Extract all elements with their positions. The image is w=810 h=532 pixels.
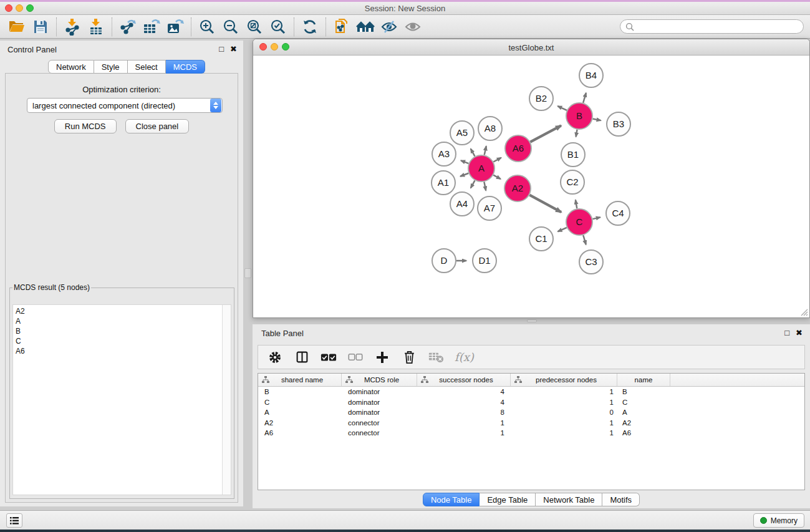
view-button[interactable]: [401, 17, 425, 37]
vertical-split-handle[interactable]: [244, 268, 251, 278]
graph-node-B[interactable]: B: [566, 103, 592, 129]
table-cell[interactable]: 1: [417, 419, 511, 427]
table-cell[interactable]: B: [258, 388, 342, 395]
table-row[interactable]: A2connector11A2: [258, 418, 804, 428]
graph-node-C4[interactable]: C4: [606, 201, 630, 225]
tab-edge-table[interactable]: Edge Table: [480, 493, 536, 506]
hide-show-button[interactable]: [377, 17, 401, 37]
graph-node-A5[interactable]: A5: [450, 121, 474, 145]
column-header-mcds-role[interactable]: MCDS role: [342, 374, 417, 386]
table-cell[interactable]: A2: [258, 419, 342, 427]
graph-node-A3[interactable]: A3: [432, 142, 456, 166]
table-row[interactable]: A6connector11A6: [258, 428, 804, 438]
export-network-button[interactable]: [116, 17, 140, 37]
graph-node-A6[interactable]: A6: [505, 135, 531, 162]
zoom-fit-button[interactable]: [243, 17, 266, 37]
close-panel-icon[interactable]: ✖: [230, 44, 237, 54]
zoom-in-button[interactable]: [195, 17, 219, 37]
criterion-dropdown[interactable]: largest connected component (directed): [27, 98, 223, 113]
refresh-button[interactable]: [298, 17, 322, 37]
column-header-name[interactable]: name: [617, 374, 670, 386]
graph-edge[interactable]: [493, 158, 501, 162]
graph-node-C3[interactable]: C3: [579, 250, 603, 274]
table-cell[interactable]: C: [258, 399, 342, 406]
graph-edge[interactable]: [530, 125, 561, 142]
zoom-out-button[interactable]: [219, 17, 243, 37]
table-cell[interactable]: 0: [511, 409, 617, 416]
unselect-all-button[interactable]: [347, 349, 364, 366]
table-cell[interactable]: A6: [258, 429, 342, 437]
table-cell[interactable]: 1: [417, 429, 511, 437]
export-image-button[interactable]: [163, 17, 187, 37]
table-cell[interactable]: 4: [417, 388, 511, 395]
export-table-button[interactable]: [140, 17, 163, 37]
home-button[interactable]: [354, 17, 377, 37]
graph-node-B4[interactable]: B4: [579, 64, 603, 87]
table-cell[interactable]: A: [258, 409, 342, 416]
window-resize-grip[interactable]: [799, 307, 808, 316]
float-panel-icon[interactable]: □: [219, 44, 224, 54]
table-settings-button[interactable]: [267, 349, 283, 366]
graph-edge[interactable]: [558, 228, 567, 231]
table-cell[interactable]: A2: [617, 419, 670, 427]
import-table-button[interactable]: [84, 17, 108, 37]
close-panel-button[interactable]: Close panel: [125, 119, 190, 133]
graph-edge[interactable]: [576, 200, 577, 209]
table-cell[interactable]: 8: [417, 409, 511, 416]
table-cell[interactable]: A6: [617, 429, 670, 437]
delete-column-button[interactable]: [401, 349, 417, 366]
table-cell[interactable]: 1: [511, 399, 617, 406]
show-column-button[interactable]: [294, 349, 310, 366]
column-header-predecessor-nodes[interactable]: predecessor nodes: [511, 374, 617, 386]
table-cell[interactable]: connector: [342, 419, 417, 427]
graph-edge[interactable]: [583, 93, 586, 103]
graph-node-C[interactable]: C: [566, 209, 592, 235]
graph-node-B1[interactable]: B1: [561, 143, 585, 167]
table-row[interactable]: Cdominator41C: [258, 397, 804, 408]
graph-node-C1[interactable]: C1: [529, 227, 553, 251]
table-cell[interactable]: dominator: [342, 388, 417, 395]
table-cell[interactable]: A: [617, 409, 670, 416]
delete-table-button[interactable]: [428, 349, 444, 366]
tab-motifs[interactable]: Motifs: [602, 493, 640, 506]
select-all-button[interactable]: [321, 349, 337, 366]
graph-node-A1[interactable]: A1: [432, 171, 455, 195]
tab-network[interactable]: Network: [48, 60, 94, 74]
graph-edge[interactable]: [557, 106, 567, 110]
graph-node-A7[interactable]: A7: [478, 196, 501, 220]
zoom-selected-button[interactable]: [266, 17, 290, 37]
network-window-titlebar[interactable]: testGlobe.txt: [253, 39, 809, 56]
graph-edge[interactable]: [576, 130, 577, 137]
float-panel-icon[interactable]: □: [784, 328, 789, 337]
import-network-button[interactable]: [60, 17, 84, 37]
mcds-list-scrollbar[interactable]: [222, 305, 231, 495]
mcds-result-item[interactable]: A: [13, 316, 221, 326]
graph-edge[interactable]: [471, 180, 475, 188]
memory-button[interactable]: Memory: [753, 513, 804, 528]
table-cell[interactable]: B: [617, 388, 670, 395]
table-row[interactable]: Adominator80A: [258, 407, 804, 418]
graph-edge[interactable]: [461, 160, 468, 163]
graph-edge[interactable]: [485, 146, 486, 155]
graph-edge[interactable]: [471, 148, 475, 156]
graph-node-D1[interactable]: D1: [473, 249, 496, 273]
graph-node-C2[interactable]: C2: [561, 170, 584, 194]
table-row[interactable]: Bdominator41B: [258, 387, 804, 397]
search-input[interactable]: [620, 19, 804, 34]
graph-edge[interactable]: [592, 217, 600, 219]
graph-node-A4[interactable]: A4: [450, 192, 474, 216]
tab-style[interactable]: Style: [94, 60, 128, 74]
save-session-button[interactable]: [29, 17, 52, 37]
table-cell[interactable]: C: [617, 399, 670, 406]
mcds-result-item[interactable]: C: [13, 336, 221, 346]
create-column-button[interactable]: [374, 349, 390, 366]
graph-edge[interactable]: [484, 182, 486, 191]
mcds-result-item[interactable]: B: [13, 326, 221, 336]
task-history-button[interactable]: [6, 513, 22, 528]
graph-node-A8[interactable]: A8: [478, 117, 502, 140]
table-cell[interactable]: 1: [511, 388, 617, 395]
graph-node-B3[interactable]: B3: [607, 112, 630, 136]
graph-edge[interactable]: [529, 195, 561, 213]
mcds-result-item[interactable]: A6: [13, 346, 221, 356]
graph-node-A[interactable]: A: [468, 155, 494, 181]
